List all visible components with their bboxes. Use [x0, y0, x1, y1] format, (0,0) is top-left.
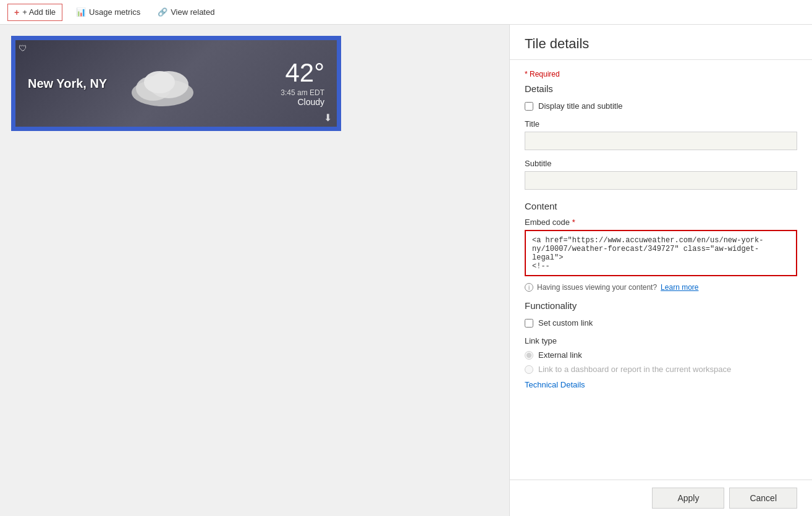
embed-code-input[interactable]: <a href="https://www.accuweather.com/en/… — [525, 230, 797, 276]
external-link-radio-label: External link — [538, 350, 582, 360]
chart-icon: 📊 — [76, 7, 86, 17]
add-tile-label: + Add tile — [22, 7, 56, 17]
apply-button[interactable]: Apply — [652, 488, 724, 509]
custom-link-checkbox-row: Set custom link — [525, 318, 797, 328]
dashboard-link-radio[interactable] — [525, 365, 533, 374]
weather-condition: Cloudy — [297, 97, 324, 107]
usage-metrics-item[interactable]: 📊 Usage metrics — [70, 4, 146, 20]
weather-info: 42° 3:45 am EDT Cloudy — [281, 60, 324, 107]
temperature: 42° — [285, 60, 324, 86]
download-icon: ⬇ — [324, 112, 332, 124]
learn-more-link[interactable]: Learn more — [661, 283, 698, 292]
link-icon: 🔗 — [158, 7, 167, 17]
embed-required-star: * — [572, 218, 575, 227]
add-tile-button[interactable]: + + Add tile — [7, 4, 62, 21]
canvas-area: 🛡 New York, NY 42° 3:45 am EDT — [0, 25, 509, 516]
info-icon: i — [525, 283, 533, 292]
custom-link-checkbox[interactable] — [525, 319, 533, 328]
plus-icon: + — [14, 7, 19, 17]
title-input[interactable] — [525, 132, 797, 150]
info-text: Having issues viewing your content? — [537, 283, 657, 292]
toolbar: + + Add tile 📊 Usage metrics 🔗 View rela… — [0, 0, 812, 25]
panel-body: * Required Details Display title and sub… — [510, 60, 812, 480]
weather-tile: 🛡 New York, NY 42° 3:45 am EDT — [15, 40, 337, 127]
display-title-label: Display title and subtitle — [538, 101, 623, 111]
weather-location: New York, NY — [28, 77, 107, 91]
external-link-radio[interactable] — [525, 351, 533, 360]
cloud-graphic — [119, 59, 206, 108]
title-field-label: Title — [525, 119, 797, 129]
main-area: 🛡 New York, NY 42° 3:45 am EDT — [0, 25, 812, 516]
dashboard-link-radio-row: Link to a dashboard or report in the cur… — [525, 365, 797, 374]
usage-metrics-label: Usage metrics — [89, 7, 140, 17]
functionality-section-label: Functionality — [525, 300, 797, 311]
info-row: i Having issues viewing your content? Le… — [525, 283, 797, 292]
weather-time: 3:45 am EDT — [281, 88, 324, 97]
link-type-label: Link type — [525, 336, 797, 345]
panel-header: Tile details — [510, 25, 812, 60]
display-title-checkbox[interactable] — [525, 102, 533, 111]
tile-wrapper[interactable]: 🛡 New York, NY 42° 3:45 am EDT — [12, 37, 340, 130]
dashboard-link-radio-label: Link to a dashboard or report in the cur… — [538, 365, 731, 374]
external-link-radio-row: External link — [525, 350, 797, 360]
embed-code-label: Embed code * — [525, 218, 797, 227]
shield-icon: 🛡 — [19, 43, 27, 53]
content-section-label: Content — [525, 201, 797, 211]
cancel-button[interactable]: Cancel — [729, 488, 797, 509]
display-title-checkbox-row: Display title and subtitle — [525, 101, 797, 111]
technical-details-link[interactable]: Technical Details — [525, 380, 797, 389]
custom-link-label: Set custom link — [538, 318, 593, 328]
subtitle-field-label: Subtitle — [525, 159, 797, 168]
required-label: * Required — [525, 70, 797, 78]
subtitle-input[interactable] — [525, 171, 797, 190]
svg-point-3 — [144, 71, 175, 93]
tile-details-panel: Tile details * Required Details Display … — [509, 25, 812, 516]
panel-footer: Apply Cancel — [510, 480, 812, 516]
view-related-label: View related — [171, 7, 214, 17]
details-section-label: Details — [525, 83, 797, 94]
view-related-item[interactable]: 🔗 View related — [151, 4, 221, 20]
panel-title: Tile details — [525, 36, 797, 52]
